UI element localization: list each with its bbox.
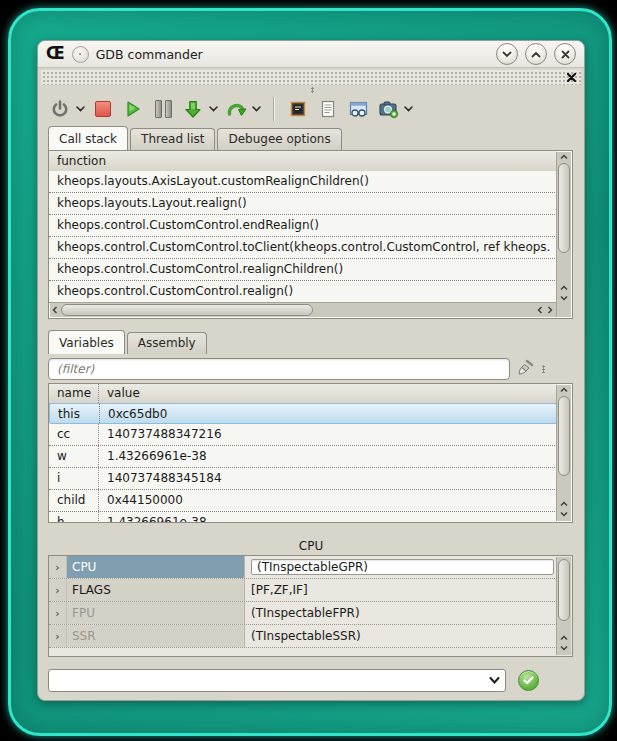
step-into-dropdown[interactable]	[209, 106, 218, 112]
variable-row[interactable]: child0x44150000	[49, 490, 557, 512]
document-list-icon	[319, 99, 337, 119]
callstack-list: kheops.layouts.AxisLayout.customRealignC…	[49, 171, 557, 303]
variable-value: 1.43266961e-38	[98, 512, 557, 522]
screenshot-background: Œ GDB commander	[0, 0, 617, 741]
step-into-button[interactable]	[181, 96, 205, 122]
dock-close-button[interactable]	[565, 71, 577, 83]
register-group-value: (TInspectableSSR)	[245, 625, 557, 647]
chevron-down-icon	[76, 106, 85, 112]
cpu-section-title: CPU	[48, 537, 574, 555]
scroll-up-icon[interactable]	[557, 152, 571, 162]
tab-thread-list[interactable]: Thread list	[130, 128, 215, 150]
scroll-down-icon[interactable]	[557, 509, 571, 519]
callstack-horizontal-scrollbar[interactable]	[50, 302, 556, 317]
scroll-thumb[interactable]	[558, 396, 570, 476]
combobox-dropdown-button[interactable]	[483, 670, 505, 691]
unshade-button[interactable]	[525, 43, 547, 65]
variable-row[interactable]: w1.43266961e-38	[49, 446, 557, 468]
variables-vertical-scrollbar[interactable]	[556, 385, 571, 521]
scroll-right-icon[interactable]	[545, 303, 555, 317]
scroll-up-icon[interactable]	[557, 499, 571, 509]
scroll-thumb[interactable]	[558, 163, 570, 253]
splitter-handle[interactable]	[542, 365, 545, 373]
column-header-value[interactable]: value	[98, 384, 557, 403]
curved-arrow-icon	[226, 100, 247, 119]
scroll-thumb[interactable]	[558, 559, 570, 621]
command-input[interactable]	[55, 670, 483, 691]
cpu-register-row[interactable]: ›FPU(TInspectableFPR)	[49, 602, 557, 625]
dock-drag-handle[interactable]	[41, 70, 581, 85]
cpu-register-row[interactable]: ›SSR(TInspectableSSR)	[49, 625, 557, 648]
titlebar[interactable]: Œ GDB commander	[38, 41, 584, 68]
chevron-down-icon	[502, 51, 512, 58]
tab-debugee-options[interactable]: Debugee options	[217, 128, 341, 150]
variables-panel: name value this0xc65db0cc140737488347216…	[48, 383, 573, 523]
tab-assembly[interactable]: Assembly	[127, 332, 207, 354]
watch-window-button[interactable]	[346, 96, 370, 122]
clear-filter-button[interactable]	[516, 358, 536, 381]
expand-arrow-icon[interactable]: ›	[49, 556, 67, 578]
snapshot-dropdown[interactable]	[404, 106, 413, 112]
callstack-row[interactable]: kheops.layouts.Layout.realign()	[49, 193, 557, 215]
callstack-vertical-scrollbar[interactable]	[556, 152, 571, 317]
variable-row[interactable]: cc140737488347216	[49, 424, 557, 446]
tab-variables[interactable]: Variables	[48, 330, 125, 354]
register-group-value: (TInspectableFPR)	[245, 602, 557, 624]
cpu-vertical-scrollbar[interactable]	[556, 557, 571, 655]
tab-call-stack[interactable]: Call stack	[48, 126, 128, 150]
scroll-left-icon[interactable]	[50, 303, 60, 317]
debug-toolbar	[48, 93, 574, 125]
variable-value: 140737488347216	[98, 424, 557, 445]
step-over-button[interactable]	[224, 96, 248, 122]
stop-button[interactable]	[91, 96, 115, 122]
scroll-thumb[interactable]	[61, 304, 313, 316]
cpu-register-row[interactable]: ›FLAGS[PF,ZF,IF]	[49, 579, 557, 602]
power-button[interactable]	[48, 96, 72, 122]
scroll-down-icon[interactable]	[557, 293, 571, 303]
scroll-down-icon[interactable]	[557, 643, 571, 653]
callstack-row[interactable]: kheops.control.CustomControl.endRealign(…	[49, 215, 557, 237]
snapshot-button[interactable]	[376, 96, 400, 122]
confirm-button[interactable]	[518, 670, 539, 691]
variables-header-row: name value	[49, 384, 557, 404]
scroll-left-icon[interactable]	[535, 303, 545, 317]
variable-row[interactable]: i140737488345184	[49, 468, 557, 490]
power-dropdown[interactable]	[76, 106, 85, 112]
filter-input[interactable]	[48, 358, 510, 380]
scroll-up-icon[interactable]	[557, 385, 571, 395]
app-logo-icon: Œ	[46, 46, 65, 63]
close-button[interactable]	[554, 43, 576, 65]
scroll-up-icon[interactable]	[557, 283, 571, 293]
chevron-down-icon	[489, 677, 500, 684]
callstack-row[interactable]: kheops.layouts.AxisLayout.customRealignC…	[49, 171, 557, 193]
expand-arrow-icon[interactable]: ›	[49, 625, 67, 647]
scroll-up-icon[interactable]	[557, 633, 571, 643]
callstack-row[interactable]: kheops.control.CustomControl.realignChil…	[49, 259, 557, 281]
run-button[interactable]	[121, 96, 145, 122]
variable-value: 0xc65db0	[99, 404, 556, 423]
expand-arrow-icon[interactable]: ›	[49, 579, 67, 601]
step-over-dropdown[interactable]	[252, 106, 261, 112]
pause-icon	[155, 100, 172, 118]
cpu-view-button[interactable]	[286, 96, 310, 122]
callstack-column-header[interactable]: function	[49, 151, 557, 172]
shade-button[interactable]	[496, 43, 518, 65]
callstack-row[interactable]: kheops.control.CustomControl.toClient(kh…	[49, 237, 557, 259]
close-icon	[561, 50, 570, 59]
arrow-down-icon	[183, 99, 203, 119]
register-value-editor[interactable]: (TInspectableGPR)	[251, 559, 554, 575]
callstack-tabbar: Call stackThread listDebugee options	[48, 127, 574, 150]
window-menu-button[interactable]	[72, 46, 89, 63]
register-group-name: FPU	[67, 602, 245, 624]
cpu-register-row[interactable]: ›CPU(TInspectableGPR)	[49, 556, 557, 579]
variable-row[interactable]: this0xc65db0	[49, 403, 557, 424]
callstack-row[interactable]: kheops.control.CustomControl.realign()	[49, 281, 557, 303]
expand-arrow-icon[interactable]: ›	[49, 602, 67, 624]
pause-button[interactable]	[151, 96, 175, 122]
command-combobox[interactable]	[48, 669, 506, 692]
column-header-name[interactable]: name	[49, 384, 98, 403]
messages-button[interactable]	[316, 96, 340, 122]
variable-row[interactable]: h1.43266961e-38	[49, 512, 557, 522]
cpu-inspector-panel: ›CPU(TInspectableGPR)›FLAGS[PF,ZF,IF]›FP…	[48, 555, 573, 657]
check-icon	[523, 676, 534, 685]
